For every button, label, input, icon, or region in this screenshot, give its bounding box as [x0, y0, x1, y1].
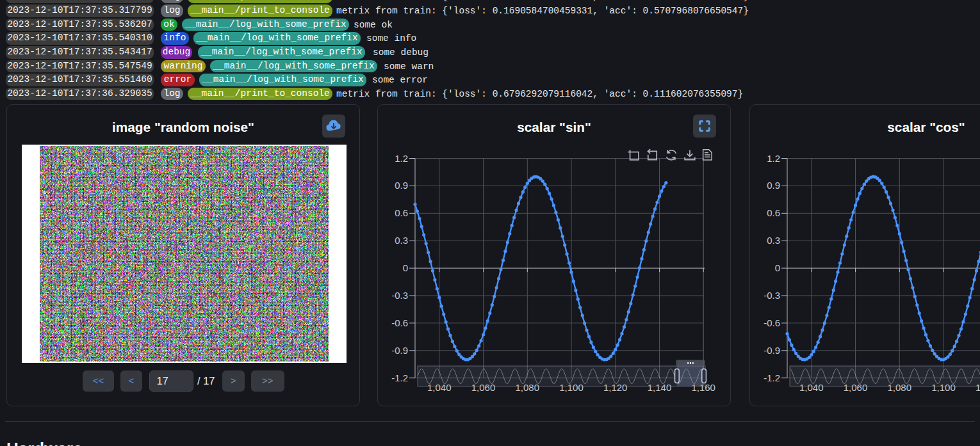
- svg-text:0.6: 0.6: [767, 207, 780, 218]
- svg-text:0.6: 0.6: [395, 207, 408, 218]
- svg-text:-0.6: -0.6: [764, 317, 780, 328]
- svg-text:-0.6: -0.6: [391, 317, 408, 328]
- svg-text:0.9: 0.9: [767, 180, 780, 191]
- svg-text:0.3: 0.3: [395, 235, 408, 246]
- svg-text:0: 0: [403, 262, 408, 273]
- svg-text:0.3: 0.3: [767, 235, 780, 246]
- svg-text:-0.3: -0.3: [391, 290, 408, 301]
- svg-text:0.9: 0.9: [395, 180, 408, 191]
- svg-text:-0.9: -0.9: [764, 344, 780, 355]
- svg-text:-1.2: -1.2: [391, 372, 408, 383]
- svg-text:1.2: 1.2: [767, 152, 780, 163]
- svg-text:1.2: 1.2: [395, 152, 408, 163]
- svg-text:-0.9: -0.9: [391, 344, 408, 355]
- svg-text:-1.2: -1.2: [764, 372, 780, 383]
- svg-text:0: 0: [775, 262, 780, 273]
- svg-text:-0.3: -0.3: [764, 290, 780, 301]
